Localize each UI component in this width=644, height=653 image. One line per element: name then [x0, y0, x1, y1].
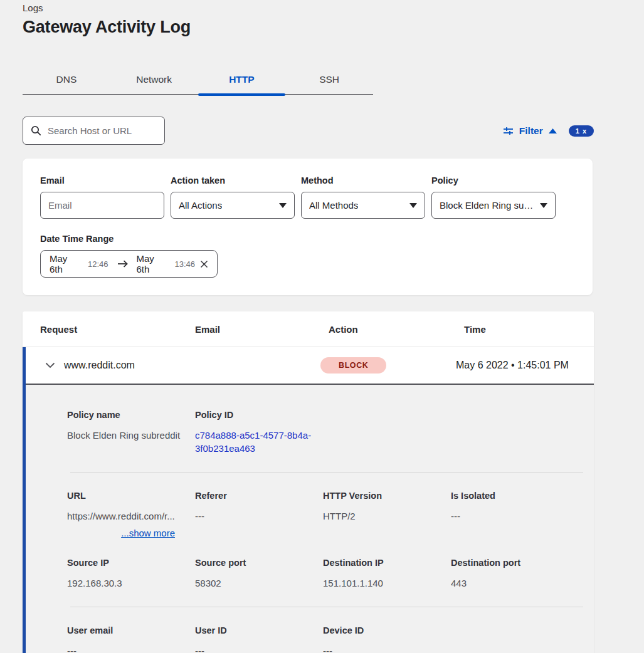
filter-field-action: Action taken All Actions — [171, 175, 295, 219]
http-version-label: HTTP Version — [323, 491, 451, 501]
filter-panel: Email Action taken All Actions Method Al… — [23, 159, 593, 295]
row-detail-panel: Policy name Policy ID Block Elden Ring s… — [26, 385, 594, 653]
page: Logs Gateway Activity Log DNS Network HT… — [23, 0, 594, 653]
destination-port-value: 443 — [451, 577, 579, 590]
detail-http-labels: URL Referer HTTP Version Is Isolated — [67, 473, 580, 501]
is-isolated-label: Is Isolated — [451, 491, 579, 501]
policy-id-link[interactable]: c784a888-a5c1-4577-8b4a-3f0b231ea463 — [195, 429, 314, 455]
url-value: https://www.reddit.com/r... — [67, 511, 175, 521]
chevron-down-icon — [279, 203, 287, 208]
policy-name-label: Policy name — [67, 410, 195, 420]
column-header-email: Email — [195, 324, 329, 335]
policy-id-label: Policy ID — [195, 410, 323, 420]
search-box[interactable] — [23, 117, 165, 145]
date-range-end-time: 13:46 — [174, 259, 195, 269]
caret-up-icon — [549, 128, 557, 133]
column-header-request: Request — [40, 324, 195, 335]
method-filter-select[interactable]: All Methods — [301, 192, 425, 219]
page-title: Gateway Activity Log — [23, 18, 594, 37]
user-id-label: User ID — [195, 625, 323, 635]
table-header: Request Email Action Time — [23, 311, 594, 347]
email-filter-input[interactable] — [48, 200, 156, 211]
user-email-value: --- — [67, 644, 195, 653]
breadcrumb[interactable]: Logs — [23, 0, 594, 13]
filter-sliders-icon — [503, 126, 514, 136]
destination-ip-label: Destination IP — [323, 558, 451, 568]
url-label: URL — [67, 491, 195, 501]
detail-network-labels: Source IP Source port Destination IP Des… — [67, 540, 580, 568]
http-version-value: HTTP/2 — [323, 509, 451, 540]
tab-dns[interactable]: DNS — [23, 68, 110, 94]
device-id-label: Device ID — [323, 625, 451, 635]
search-filter-row: Filter 1 x — [23, 117, 594, 145]
filter-field-policy: Policy Block Elden Ring subre... — [431, 175, 556, 219]
policy-filter-value: Block Elden Ring subre... — [440, 200, 536, 211]
row-time: May 6 2022 • 1:45:01 PM — [456, 360, 569, 371]
source-ip-value: 192.168.30.3 — [67, 577, 195, 590]
detail-policy-labels: Policy name Policy ID — [67, 385, 580, 420]
user-email-label: User email — [67, 625, 195, 635]
filter-field-method: Method All Methods — [301, 175, 425, 219]
date-range-label: Date Time Range — [40, 234, 575, 244]
search-icon — [31, 125, 41, 136]
arrow-right-icon — [117, 260, 128, 268]
chevron-down-icon — [540, 203, 547, 208]
filter-label: Filter — [519, 125, 543, 137]
row-request-host: www.reddit.com — [64, 360, 320, 371]
tab-bar: DNS Network HTTP SSH — [23, 68, 373, 95]
action-filter-value: All Actions — [179, 200, 222, 211]
close-icon[interactable] — [200, 260, 208, 268]
show-more-link[interactable]: ...show more — [67, 526, 175, 540]
source-port-label: Source port — [195, 558, 323, 568]
date-range-picker[interactable]: May 6th 12:46 May 6th 13:46 — [40, 250, 218, 278]
activity-log-table: Request Email Action Time www.reddit.com… — [23, 311, 594, 653]
policy-name-value: Block Elden Ring subreddit — [67, 429, 195, 455]
column-header-action: Action — [329, 324, 464, 335]
chevron-down-icon[interactable] — [45, 362, 55, 368]
column-header-time: Time — [464, 324, 486, 335]
date-range-start-time: 12:46 — [88, 259, 108, 269]
chevron-down-icon — [409, 203, 417, 208]
detail-user-labels: User email User ID Device ID — [67, 607, 580, 635]
expanded-row-group: www.reddit.com BLOCK May 6 2022 • 1:45:0… — [23, 347, 594, 653]
table-row[interactable]: www.reddit.com BLOCK May 6 2022 • 1:45:0… — [26, 347, 594, 385]
user-id-value: --- — [195, 644, 323, 653]
referer-label: Referer — [195, 491, 323, 501]
search-input[interactable] — [48, 125, 157, 136]
policy-filter-select[interactable]: Block Elden Ring subre... — [431, 192, 556, 219]
date-range-end-date: May 6th — [137, 253, 170, 274]
action-filter-label: Action taken — [171, 175, 295, 185]
device-id-value: --- — [323, 644, 451, 653]
method-filter-value: All Methods — [309, 200, 358, 211]
tab-ssh[interactable]: SSH — [285, 68, 373, 94]
email-filter-label: Email — [40, 175, 164, 185]
destination-ip-value: 151.101.1.140 — [323, 577, 451, 590]
filter-toggle[interactable]: Filter 1 x — [503, 125, 594, 137]
source-ip-label: Source IP — [67, 558, 195, 568]
tab-http[interactable]: HTTP — [198, 68, 286, 94]
filter-count-badge[interactable]: 1 x — [569, 125, 594, 137]
method-filter-label: Method — [301, 175, 425, 185]
referer-value: --- — [195, 509, 323, 540]
is-isolated-value: --- — [451, 509, 579, 540]
block-status-badge: BLOCK — [320, 357, 386, 374]
tab-network[interactable]: Network — [110, 68, 198, 94]
source-port-value: 58302 — [195, 577, 323, 590]
policy-filter-label: Policy — [431, 175, 556, 185]
action-filter-select[interactable]: All Actions — [171, 192, 295, 219]
filter-field-email: Email — [40, 175, 164, 219]
date-range-start-date: May 6th — [50, 253, 83, 274]
destination-port-label: Destination port — [451, 558, 579, 568]
